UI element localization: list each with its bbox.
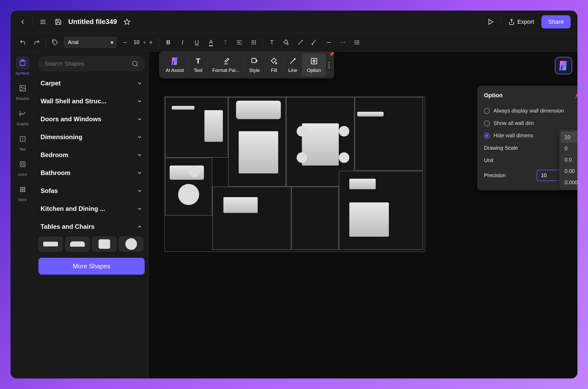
- divider: [159, 38, 159, 47]
- category-wall[interactable]: Wall Shell and Struc...: [38, 92, 145, 110]
- search-shapes[interactable]: [38, 56, 145, 71]
- share-button[interactable]: Share: [541, 15, 571, 28]
- back-button[interactable]: [17, 17, 28, 27]
- svg-rect-29: [20, 162, 25, 167]
- shape-thumbnails: [38, 236, 145, 254]
- ai-logo-icon: [559, 61, 568, 70]
- divider: [501, 17, 501, 27]
- shape-thumb[interactable]: [92, 237, 116, 251]
- svg-point-21: [355, 42, 355, 43]
- category-bathroom[interactable]: Bathroom: [38, 164, 145, 182]
- dropdown-option[interactable]: 0.0: [561, 154, 577, 166]
- svg-point-30: [21, 163, 24, 165]
- chevron-down-icon: [137, 152, 143, 158]
- rail-more[interactable]: More: [11, 183, 35, 202]
- italic-button[interactable]: I: [177, 37, 188, 48]
- chevron-down-icon: [137, 134, 143, 140]
- category-carpet[interactable]: Carpet: [38, 74, 145, 92]
- line-style-button[interactable]: [324, 37, 334, 48]
- rail-icons[interactable]: Icons: [11, 158, 35, 177]
- align-button[interactable]: [234, 37, 245, 48]
- svg-point-20: [355, 41, 355, 41]
- list-button[interactable]: [352, 37, 362, 48]
- export-label: Export: [517, 18, 534, 25]
- dropdown-option[interactable]: 0: [561, 143, 577, 154]
- radio-icon: [484, 108, 490, 114]
- svg-point-33: [24, 187, 25, 188]
- redo-button[interactable]: [32, 37, 42, 48]
- bold-button[interactable]: B: [163, 37, 174, 48]
- line-spacing-button[interactable]: [248, 37, 259, 48]
- svg-point-31: [20, 187, 21, 188]
- shape-thumb[interactable]: [119, 237, 143, 251]
- category-dimensioning[interactable]: Dimensioning: [38, 128, 145, 146]
- ft-ai-assist[interactable]: AI Assist: [161, 54, 189, 76]
- chevron-down-icon: [137, 116, 143, 122]
- svg-point-13: [287, 43, 288, 45]
- increase-size-button[interactable]: +: [146, 38, 155, 47]
- category-tables[interactable]: Tables and Chairs: [38, 218, 145, 236]
- divider: [263, 38, 263, 47]
- dropdown-option[interactable]: 10: [561, 132, 577, 143]
- opt-show-all[interactable]: Show all wall dim: [484, 117, 577, 129]
- font-size-value[interactable]: 10: [130, 39, 143, 45]
- ft-option[interactable]: Option: [302, 54, 326, 76]
- undo-button[interactable]: [17, 37, 28, 48]
- save-button[interactable]: [53, 17, 63, 27]
- svg-point-22: [355, 44, 355, 44]
- category-doors[interactable]: Doors and Windows: [38, 110, 145, 128]
- dropdown-option[interactable]: 0.00: [561, 166, 577, 177]
- canvas[interactable]: AI Assist TText Format Pai... Style Fill…: [149, 52, 577, 378]
- rail-symbols[interactable]: Symbols: [11, 56, 35, 75]
- pin-icon[interactable]: 📌: [329, 52, 335, 57]
- titlebar-left: Untitled file349: [17, 17, 132, 27]
- dropdown-option[interactable]: 0.000: [561, 177, 577, 188]
- titlebar-right: Export Share: [486, 15, 571, 28]
- rail-pictures[interactable]: Pictures: [11, 82, 35, 101]
- opt-always-display[interactable]: Always display wall dimension: [484, 105, 577, 117]
- floorplan-drawing[interactable]: [164, 96, 425, 252]
- category-kitchen[interactable]: Kitchen and Dining ...: [38, 200, 145, 218]
- menu-button[interactable]: [38, 17, 48, 27]
- connector-button[interactable]: [309, 37, 320, 48]
- tag-button[interactable]: [50, 37, 60, 48]
- more-shapes-button[interactable]: More Shapes: [38, 258, 145, 275]
- ft-format-painter[interactable]: Format Pai...: [208, 54, 244, 76]
- divider: [33, 17, 33, 27]
- ai-assist-badge[interactable]: [555, 57, 572, 74]
- radio-icon: [484, 133, 490, 139]
- shape-thumb[interactable]: [38, 237, 63, 251]
- decrease-size-button[interactable]: −: [120, 38, 129, 47]
- stroke-button[interactable]: [295, 37, 306, 48]
- export-button[interactable]: Export: [506, 17, 537, 27]
- svg-rect-44: [311, 59, 317, 64]
- rail-text[interactable]: TText: [11, 132, 35, 151]
- svg-point-36: [24, 189, 25, 190]
- ft-style[interactable]: Style: [244, 54, 265, 76]
- chevron-down-icon[interactable]: ▾: [144, 40, 145, 45]
- svg-point-38: [22, 191, 23, 192]
- font-family-select[interactable]: Arial: [64, 37, 117, 48]
- chevron-down-icon: [137, 170, 143, 176]
- underline-button[interactable]: U: [192, 37, 202, 48]
- ft-text[interactable]: TText: [189, 54, 208, 76]
- ft-line[interactable]: Line: [283, 54, 302, 76]
- search-input[interactable]: [45, 60, 132, 67]
- category-bedroom[interactable]: Bedroom: [38, 146, 145, 164]
- category-sofas[interactable]: Sofas: [38, 182, 145, 200]
- line-dash-button[interactable]: [338, 37, 348, 48]
- rail-graphs[interactable]: Graphs: [11, 107, 35, 126]
- shape-thumb[interactable]: [65, 237, 90, 251]
- chevron-down-icon: [137, 80, 143, 86]
- font-color-button[interactable]: A: [206, 37, 216, 48]
- play-button[interactable]: [486, 17, 496, 27]
- divider: [46, 38, 46, 47]
- rail-label: Symbols: [16, 71, 30, 75]
- fill-button[interactable]: [281, 37, 291, 48]
- svg-point-37: [20, 191, 21, 192]
- text-style-button[interactable]: T: [267, 37, 277, 48]
- favorite-button[interactable]: [122, 17, 132, 27]
- pin-icon[interactable]: 📌: [574, 92, 577, 99]
- svg-point-26: [21, 87, 22, 88]
- ft-fill[interactable]: Fill: [265, 54, 283, 76]
